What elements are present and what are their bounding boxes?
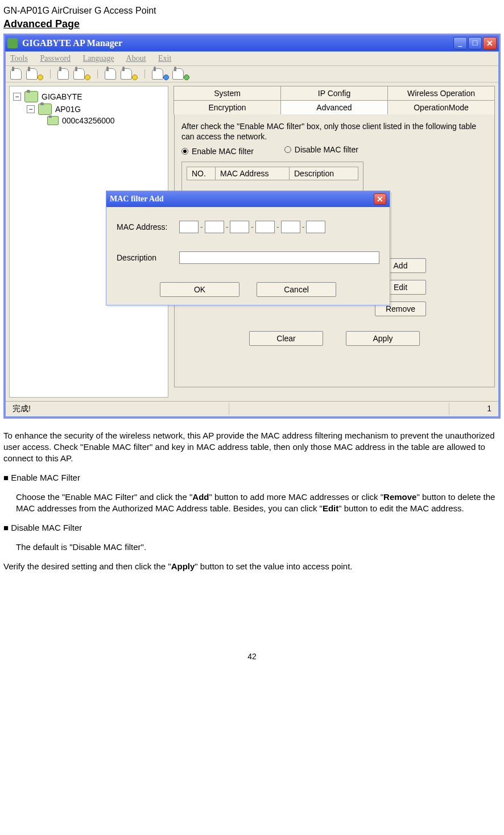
col-mac: MAC Address — [216, 167, 290, 180]
dash-icon: - — [276, 222, 279, 232]
tab-row-2: Encryption Advanced OperationMode — [174, 100, 495, 114]
advanced-bottom-buttons: Clear Apply — [181, 331, 488, 346]
close-button[interactable]: ✕ — [483, 37, 497, 49]
app-icon — [7, 38, 18, 48]
col-desc: Description — [290, 167, 358, 180]
device-icon — [47, 116, 59, 125]
menu-exit[interactable]: Exit — [158, 54, 171, 63]
toolbar-ap-icon[interactable] — [10, 68, 23, 80]
toolbar-ap-icon-2[interactable] — [57, 68, 70, 80]
mac-filter-radio-group: Enable MAC filter Disable MAC filter — [181, 145, 488, 156]
maximize-button[interactable]: □ — [468, 37, 482, 49]
section-title: Advanced Page — [0, 17, 504, 34]
mac-address-label: MAC Address: — [117, 222, 179, 232]
dash-icon: - — [302, 222, 305, 232]
mac-octet-2[interactable] — [205, 221, 224, 233]
disable-mac-filter-radio[interactable]: Disable MAC filter — [284, 145, 358, 154]
description-label: Description — [117, 253, 179, 262]
tab-advanced[interactable]: Advanced — [280, 100, 388, 114]
dialog-close-button[interactable]: ✕ — [374, 193, 386, 205]
menu-language[interactable]: Language — [83, 54, 114, 63]
status-spacer — [229, 403, 449, 415]
tab-operationmode[interactable]: OperationMode — [387, 100, 495, 114]
toolbar-ap-icon-3[interactable] — [105, 68, 117, 80]
expand-icon[interactable]: − — [13, 93, 21, 101]
tab-wireless-operation[interactable]: Wireless Operation — [387, 86, 495, 100]
col-no: NO. — [187, 167, 216, 180]
mac-address-row: MAC Address: - - - - - — [117, 221, 379, 233]
dash-icon: - — [251, 222, 254, 232]
status-count: 1 — [449, 403, 495, 415]
tree-leaf-label: 000c43256000 — [62, 116, 115, 125]
toolbar-ap-refresh-icon[interactable] — [152, 68, 169, 80]
enable-mac-filter-heading: Enable MAC Filter — [3, 472, 501, 483]
statusbar: 完成! 1 — [6, 401, 498, 416]
mac-octet-1[interactable] — [179, 221, 199, 233]
mac-filter-add-dialog: MAC filter Add ✕ MAC Address: - - - - - — [106, 191, 390, 305]
tab-system[interactable]: System — [173, 86, 281, 100]
disable-mac-filter-heading: Disable MAC Filter — [3, 522, 501, 534]
mac-filter-hint: After check the "Enable MAC filter" box,… — [181, 121, 488, 142]
radio-checked-icon — [181, 148, 188, 155]
app-window: GIGABYTE AP Manager _ □ ✕ Tools Password… — [3, 34, 501, 419]
toolbar-ap-alert-icon-3[interactable] — [121, 68, 138, 80]
dialog-titlebar: MAC filter Add ✕ — [106, 191, 390, 207]
clear-button[interactable]: Clear — [249, 331, 323, 346]
window-title: GIGABYTE AP Manager — [22, 38, 453, 48]
document-body-text: To enhance the security of the wireless … — [0, 419, 504, 584]
config-pane: System IP Config Wireless Operation Encr… — [168, 82, 498, 401]
toolbar-divider — [144, 69, 145, 78]
menu-about[interactable]: About — [126, 54, 146, 63]
toolbar-ap-alert-icon-2[interactable] — [73, 68, 90, 80]
mac-octet-4[interactable] — [255, 221, 275, 233]
dash-icon: - — [200, 222, 203, 232]
dash-icon: - — [226, 222, 229, 232]
dialog-buttons: OK Cancel — [117, 282, 379, 297]
mac-octet-3[interactable] — [230, 221, 249, 233]
tab-row-1: System IP Config Wireless Operation — [174, 86, 495, 100]
status-text: 完成! — [9, 403, 229, 415]
toolbar-ap-home-icon[interactable] — [172, 68, 189, 80]
tree-child-node[interactable]: − AP01G — [27, 104, 164, 115]
menu-password[interactable]: Password — [40, 54, 71, 63]
tree-child-label: AP01G — [55, 105, 81, 114]
toolbar-divider — [97, 69, 98, 78]
enable-mac-filter-paragraph: Choose the "Enable MAC Filter" and click… — [3, 491, 501, 514]
tab-encryption[interactable]: Encryption — [173, 100, 281, 114]
description-row: Description — [117, 251, 379, 264]
enable-mac-filter-label: Enable MAC filter — [192, 147, 254, 156]
verify-paragraph: Verify the desired setting and then clic… — [3, 561, 501, 572]
mac-octet-5[interactable] — [281, 221, 300, 233]
toolbar-ap-alert-icon[interactable] — [26, 68, 43, 80]
ap-icon — [38, 104, 52, 115]
toolbar-divider — [50, 69, 51, 78]
titlebar: GIGABYTE AP Manager _ □ ✕ — [5, 35, 499, 51]
description-input[interactable] — [179, 251, 379, 264]
dialog-body: MAC Address: - - - - - Description — [106, 207, 390, 305]
ap-group-icon — [24, 91, 38, 102]
menubar: Tools Password Language About Exit — [6, 52, 498, 66]
dialog-ok-button[interactable]: OK — [160, 282, 239, 297]
intro-paragraph: To enhance the security of the wireless … — [3, 430, 501, 464]
radio-unchecked-icon — [284, 146, 291, 153]
menu-tools[interactable]: Tools — [10, 54, 28, 63]
mac-octet-6[interactable] — [306, 221, 325, 233]
tree-leaf-node[interactable]: 000c43256000 — [47, 116, 164, 125]
dialog-cancel-button[interactable]: Cancel — [257, 282, 336, 297]
dialog-title: MAC filter Add — [110, 195, 374, 204]
tree-root-label: GIGABYTE — [42, 92, 82, 101]
expand-icon[interactable]: − — [27, 105, 35, 113]
toolbar — [6, 66, 498, 82]
doc-header-title: GN-AP01G AirCruiser G Access Point — [0, 0, 504, 17]
minimize-button[interactable]: _ — [453, 37, 467, 49]
app-body: Tools Password Language About Exit − — [5, 51, 499, 417]
mac-table-header: NO. MAC Address Description — [187, 167, 358, 180]
tab-ipconfig[interactable]: IP Config — [280, 86, 388, 100]
page-number: 42 — [0, 652, 504, 661]
disable-mac-filter-label: Disable MAC filter — [295, 145, 358, 154]
apply-button[interactable]: Apply — [346, 331, 420, 346]
tree-root-node[interactable]: − GIGABYTE — [13, 91, 164, 102]
disable-mac-filter-paragraph: The default is "Disable MAC filter". — [3, 541, 501, 553]
enable-mac-filter-radio[interactable]: Enable MAC filter — [181, 147, 254, 156]
